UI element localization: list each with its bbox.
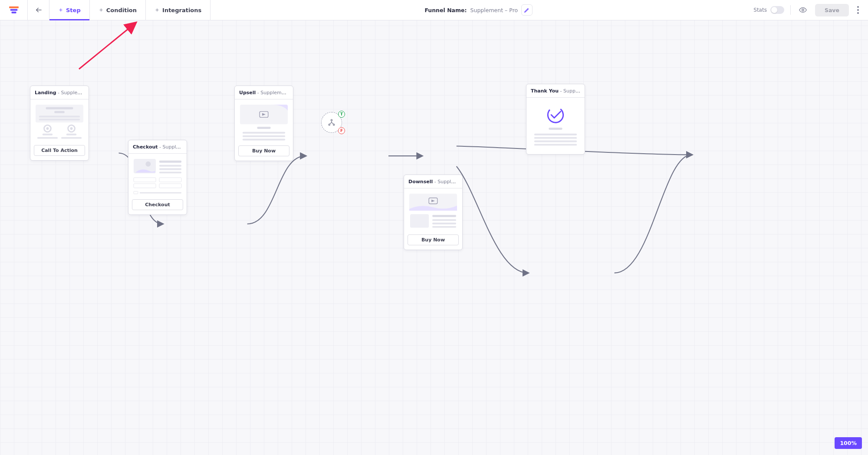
add-step-tab[interactable]: Step <box>49 0 90 20</box>
stats-toggle[interactable] <box>770 6 784 14</box>
funnel-logo-icon <box>9 6 19 14</box>
eye-icon <box>799 6 807 14</box>
svg-rect-0 <box>9 7 19 8</box>
stats-toggle-group: Stats <box>753 6 784 14</box>
funnel-name-value: Supplement – Pro <box>470 7 518 13</box>
stats-label: Stats <box>753 7 767 13</box>
back-button[interactable] <box>28 0 49 20</box>
svg-rect-2 <box>11 12 16 13</box>
divider <box>790 5 791 15</box>
edit-funnel-name-button[interactable] <box>521 4 533 16</box>
topbar: Step Condition Integrations Funnel Name:… <box>0 0 868 20</box>
arrow-left-icon <box>35 6 43 14</box>
add-step-label: Step <box>66 7 81 13</box>
svg-point-6 <box>857 12 859 14</box>
svg-point-3 <box>802 9 804 11</box>
plus-icon <box>58 7 63 13</box>
preview-button[interactable] <box>797 4 809 16</box>
save-button[interactable]: Save <box>815 4 849 16</box>
kebab-icon <box>857 6 859 14</box>
topbar-right: Stats Save <box>746 0 868 20</box>
add-condition-tab[interactable]: Condition <box>90 0 146 20</box>
app-logo[interactable] <box>0 0 28 20</box>
pencil-icon <box>524 7 530 13</box>
funnel-name-label: Funnel Name: <box>424 7 467 13</box>
add-integrations-tab[interactable]: Integrations <box>146 0 210 20</box>
add-condition-label: Condition <box>106 7 137 13</box>
plus-icon <box>155 7 160 13</box>
svg-point-5 <box>857 9 859 11</box>
more-menu-button[interactable] <box>855 6 861 14</box>
add-integrations-label: Integrations <box>162 7 201 13</box>
funnel-name-display: Funnel Name: Supplement – Pro <box>210 0 746 20</box>
svg-point-4 <box>857 6 859 8</box>
plus-icon <box>99 7 104 13</box>
svg-rect-1 <box>10 9 17 11</box>
